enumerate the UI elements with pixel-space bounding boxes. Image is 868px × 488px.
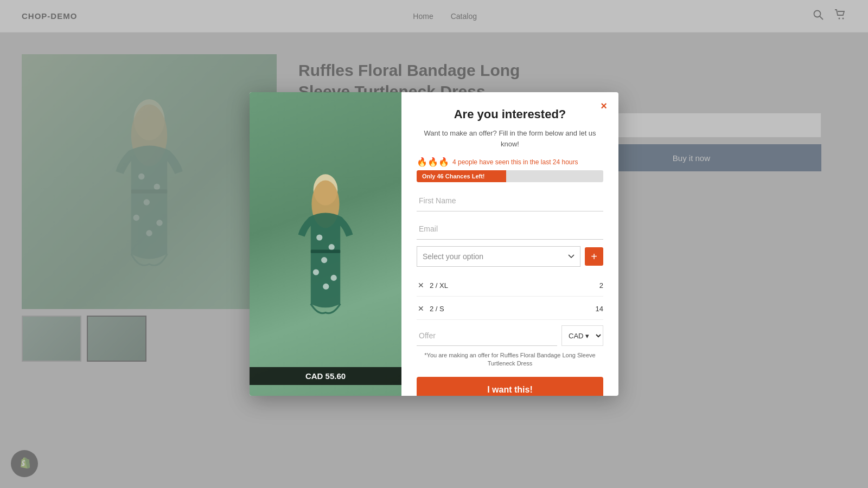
modal-subtitle: Want to make an offer? Fill in the form … <box>417 128 603 149</box>
email-input[interactable] <box>417 218 603 240</box>
modal-content: × Are you interested? Want to make an of… <box>401 92 618 396</box>
modal-dialog: CAD 55.60 × Are you interested? Want to … <box>250 92 618 396</box>
offer-row: CAD ▾ USD ▾ EUR ▾ <box>417 325 603 346</box>
offer-note: *You are making an offer for Ruffles Flo… <box>417 351 603 368</box>
offer-input[interactable] <box>417 325 557 346</box>
remove-xl-button[interactable]: ✕ <box>417 280 425 291</box>
modal-close-button[interactable]: × <box>597 99 611 113</box>
item-row-xl: ✕ 2 / XL 2 <box>417 274 603 297</box>
chances-progress: Only 46 Chances Left! <box>417 170 603 182</box>
submit-offer-button[interactable]: I want this! <box>417 377 603 396</box>
item-s-name: 2 / S <box>430 305 596 313</box>
first-name-input[interactable] <box>417 190 603 211</box>
social-proof-bar: 🔥🔥🔥 4 people have seen this in the last … <box>417 157 603 167</box>
svg-rect-21 <box>311 249 340 253</box>
fire-icons: 🔥🔥🔥 <box>417 157 449 167</box>
modal-title: Are you interested? <box>417 107 603 121</box>
svg-point-16 <box>329 244 335 250</box>
item-row-s: ✕ 2 / S 14 <box>417 298 603 320</box>
modal-image-panel: CAD 55.60 <box>250 92 401 396</box>
item-xl-name: 2 / XL <box>430 281 599 290</box>
currency-select[interactable]: CAD ▾ USD ▾ EUR ▾ <box>561 325 603 346</box>
svg-point-18 <box>313 269 319 275</box>
svg-point-17 <box>321 257 327 263</box>
remove-s-button[interactable]: ✕ <box>417 303 425 314</box>
item-xl-qty: 2 <box>599 281 603 290</box>
modal-overlay[interactable]: CAD 55.60 × Are you interested? Want to … <box>0 0 868 488</box>
price-badge: CAD 55.60 <box>250 367 401 385</box>
modal-size-select[interactable]: Select your option 2 / XL 2 / S <box>417 246 580 267</box>
size-select-row: Select your option 2 / XL 2 / S + <box>417 246 603 267</box>
social-proof-text: 4 people have seen this in the last 24 h… <box>452 158 578 166</box>
svg-point-15 <box>316 234 322 240</box>
item-s-qty: 14 <box>596 305 603 313</box>
svg-point-20 <box>323 284 329 290</box>
add-size-button[interactable]: + <box>585 247 603 266</box>
svg-point-19 <box>331 275 337 281</box>
progress-label: Only 46 Chances Left! <box>422 173 485 179</box>
